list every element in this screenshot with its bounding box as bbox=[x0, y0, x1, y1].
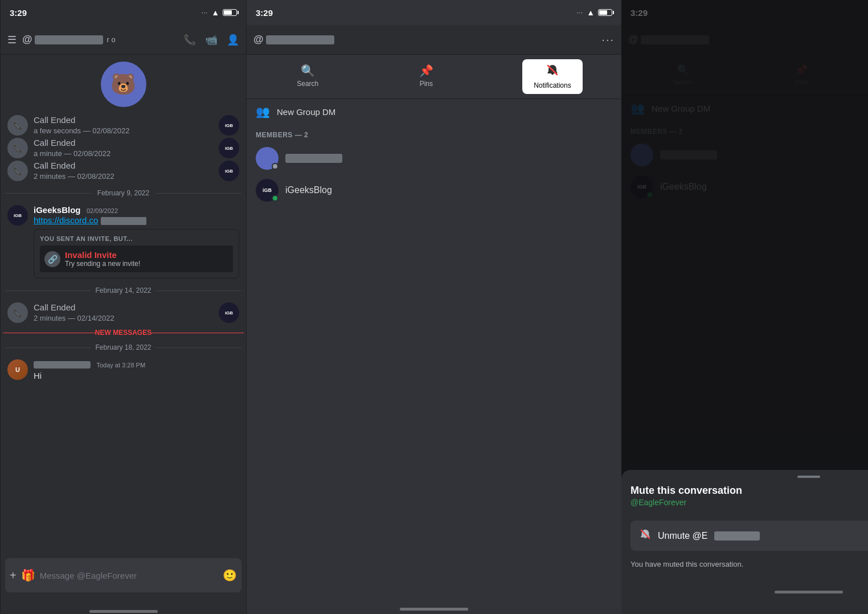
last-msg-text: Hi bbox=[34, 371, 42, 380]
chat-area[interactable]: 📞 Call Ended a few seconds — 02/08/2022 … bbox=[1, 109, 246, 554]
message-content-4: Call Ended 2 minutes — 02/14/2022 bbox=[34, 302, 213, 323]
home-bar-2 bbox=[400, 608, 468, 611]
new-group-dm-action[interactable]: 👥 New Group DM bbox=[247, 99, 621, 124]
channel-label-1: @ r o bbox=[22, 34, 178, 46]
call-time-3: 2 minutes — 02/08/2022 bbox=[34, 172, 114, 181]
igb-avatar-4: iGB bbox=[219, 302, 239, 323]
unmute-option[interactable]: Unmute @E bbox=[630, 521, 868, 551]
home-indicator-1 bbox=[1, 597, 246, 614]
pins-tab-label: Pins bbox=[420, 80, 433, 88]
message-row: 📞 Call Ended a few seconds — 02/08/2022 … bbox=[1, 114, 246, 137]
tab-pins[interactable]: 📌 Pins bbox=[408, 59, 445, 94]
message-row: 📞 Call Ended 2 minutes — 02/14/2022 iGB bbox=[1, 301, 246, 324]
message-content-2: Call Ended a minute — 02/08/2022 bbox=[34, 138, 213, 158]
unmute-name-blurred bbox=[714, 531, 760, 541]
igb-avatar-1: iGB bbox=[219, 115, 239, 136]
panel-channel-info: 3:29 ··· ▲ @ ··· 🔍 Search 📌 Pins bbox=[247, 0, 621, 614]
call-time-2: a minute — 02/08/2022 bbox=[34, 149, 110, 158]
call-ended-4: Call Ended bbox=[34, 302, 75, 312]
invite-details: Invalid Invite Try sending a new invite! bbox=[65, 250, 140, 268]
hamburger-icon[interactable]: ☰ bbox=[7, 34, 17, 46]
new-messages-label: NEW MESSAGES bbox=[95, 329, 152, 337]
message-content-1: Call Ended a few seconds — 02/08/2022 bbox=[34, 115, 213, 136]
emoji-button[interactable]: 🙂 bbox=[223, 568, 237, 582]
call-icon-3: 📞 bbox=[7, 161, 28, 181]
home-indicator-3 bbox=[621, 578, 868, 597]
panel-chat: 3:29 ··· ▲ ☰ @ r o 📞 📹 👤 🐻 📞 Call Ended bbox=[0, 0, 247, 614]
date-sep-3: February 18, 2022 bbox=[1, 343, 246, 351]
date-sep-2: February 14, 2022 bbox=[1, 286, 246, 294]
igb-message-row: iGB iGeeksBlog 02/09/2022 https://discor… bbox=[1, 204, 246, 280]
add-button[interactable]: + bbox=[10, 569, 17, 582]
members-section-label: MEMBERS — 2 bbox=[247, 124, 621, 142]
phone-icon[interactable]: 📞 bbox=[183, 34, 196, 46]
member-row-igb[interactable]: iGB iGeeksBlog bbox=[247, 174, 621, 206]
igb-avatar-3: iGB bbox=[219, 161, 239, 181]
last-msg-content: Today at 3:28 PM Hi bbox=[34, 359, 239, 382]
chat-input-bar: + 🎁 Message @EagleForever 🙂 bbox=[5, 558, 241, 592]
igb-timestamp: 02/09/2022 bbox=[87, 207, 118, 214]
call-time-1: a few seconds — 02/08/2022 bbox=[34, 126, 129, 135]
battery-icon-2 bbox=[598, 9, 612, 16]
notifications-tab-icon bbox=[546, 64, 559, 79]
member-name-igb: iGeeksBlog bbox=[285, 185, 332, 195]
member-avatar-1 bbox=[256, 147, 279, 170]
call-icon-2: 📞 bbox=[7, 138, 28, 158]
profile-icon[interactable]: 👤 bbox=[227, 34, 239, 46]
tab-search[interactable]: 🔍 Search bbox=[285, 59, 330, 94]
last-author-blurred bbox=[34, 361, 91, 369]
call-ended-3: Call Ended bbox=[34, 161, 75, 170]
new-messages-divider: NEW MESSAGES bbox=[1, 329, 246, 337]
member-row-1[interactable] bbox=[247, 142, 621, 174]
igb-msg-content: iGeeksBlog 02/09/2022 https://discord.co… bbox=[34, 205, 239, 279]
unmute-text: Unmute @E bbox=[658, 531, 707, 541]
call-icon-4: 📞 bbox=[7, 302, 28, 323]
status-time-1: 3:29 bbox=[10, 8, 27, 18]
message-row: 📞 Call Ended 2 minutes — 02/08/2022 iGB bbox=[1, 159, 246, 182]
signal-icon-1: ··· bbox=[202, 10, 208, 16]
invite-icon: 🔗 bbox=[44, 251, 60, 267]
bottom-sheet-handle bbox=[797, 476, 820, 478]
igb-link[interactable]: https://discord.co bbox=[34, 215, 98, 225]
bear-mascot: 🐻 bbox=[101, 62, 146, 107]
video-icon[interactable]: 📹 bbox=[205, 34, 218, 46]
last-timestamp: Today at 3:28 PM bbox=[96, 362, 145, 369]
signal-icon-2: ··· bbox=[577, 10, 583, 16]
igb-avatar-2: iGB bbox=[219, 138, 239, 158]
channel-name-blurred-1 bbox=[35, 35, 103, 44]
channel-name-suffix-1: r o bbox=[107, 35, 116, 44]
mute-bottom-sheet: Mute this conversation @EagleForever Unm… bbox=[621, 470, 868, 614]
mute-note: You have muted this conversation. bbox=[621, 555, 868, 568]
battery-icon-1 bbox=[223, 9, 237, 16]
more-options-icon-2[interactable]: ··· bbox=[601, 33, 615, 46]
invite-sub: Try sending a new invite! bbox=[65, 260, 140, 268]
member-name-blurred-1 bbox=[285, 154, 342, 163]
call-ended-1: Call Ended bbox=[34, 115, 75, 125]
message-input[interactable]: Message @EagleForever bbox=[40, 571, 218, 580]
date-sep-1: February 9, 2022 bbox=[1, 189, 246, 197]
user-avatar: U bbox=[7, 359, 28, 380]
home-indicator-2 bbox=[247, 595, 621, 614]
invite-card: YOU SENT AN INVITE, BUT... 🔗 Invalid Inv… bbox=[34, 229, 239, 279]
message-content-3: Call Ended 2 minutes — 02/08/2022 bbox=[34, 161, 213, 181]
mute-subtitle: @EagleForever bbox=[621, 498, 868, 516]
search-tab-label: Search bbox=[297, 80, 318, 88]
call-time-4: 2 minutes — 02/14/2022 bbox=[34, 314, 114, 322]
wifi-icon-2: ▲ bbox=[587, 8, 595, 17]
igb-avatar-msg: iGB bbox=[7, 205, 28, 226]
top-bar-1: ☰ @ r o 📞 📹 👤 bbox=[1, 25, 246, 55]
call-icon-1: 📞 bbox=[7, 115, 28, 136]
home-bar-3 bbox=[775, 591, 843, 593]
channel-label-2: @ bbox=[253, 34, 596, 46]
invite-header: YOU SENT AN INVITE, BUT... bbox=[40, 235, 233, 242]
igb-link-blurred bbox=[101, 217, 146, 225]
tab-notifications[interactable]: Notifications bbox=[522, 59, 582, 94]
status-icons-1: ··· ▲ bbox=[202, 8, 237, 17]
gift-button[interactable]: 🎁 bbox=[21, 568, 35, 582]
invite-title: Invalid Invite bbox=[65, 250, 140, 260]
notifications-tab-label: Notifications bbox=[534, 81, 571, 89]
top-bar-2: @ ··· bbox=[247, 25, 621, 55]
mascot-area: 🐻 bbox=[1, 55, 246, 109]
toolbar-tabs: 🔍 Search 📌 Pins Notifications bbox=[247, 55, 621, 99]
new-group-dm-icon: 👥 bbox=[256, 105, 270, 118]
